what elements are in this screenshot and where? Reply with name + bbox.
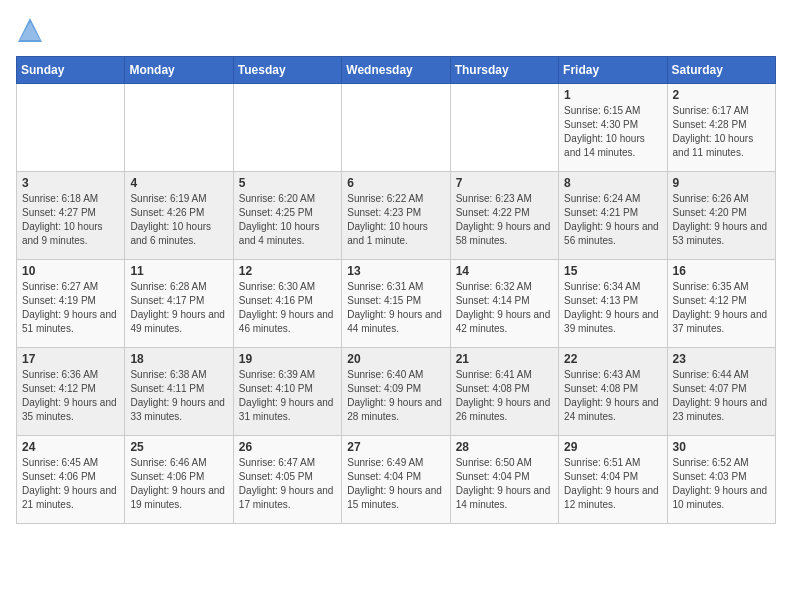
calendar-day-cell: 25Sunrise: 6:46 AM Sunset: 4:06 PM Dayli… — [125, 436, 233, 524]
day-info: Sunrise: 6:32 AM Sunset: 4:14 PM Dayligh… — [456, 280, 553, 336]
day-number: 24 — [22, 440, 119, 454]
calendar-day-cell: 17Sunrise: 6:36 AM Sunset: 4:12 PM Dayli… — [17, 348, 125, 436]
calendar-day-cell: 28Sunrise: 6:50 AM Sunset: 4:04 PM Dayli… — [450, 436, 558, 524]
calendar-day-cell: 23Sunrise: 6:44 AM Sunset: 4:07 PM Dayli… — [667, 348, 775, 436]
calendar-day-cell: 16Sunrise: 6:35 AM Sunset: 4:12 PM Dayli… — [667, 260, 775, 348]
calendar-day-cell: 2Sunrise: 6:17 AM Sunset: 4:28 PM Daylig… — [667, 84, 775, 172]
day-info: Sunrise: 6:52 AM Sunset: 4:03 PM Dayligh… — [673, 456, 770, 512]
day-info: Sunrise: 6:17 AM Sunset: 4:28 PM Dayligh… — [673, 104, 770, 160]
day-info: Sunrise: 6:15 AM Sunset: 4:30 PM Dayligh… — [564, 104, 661, 160]
day-info: Sunrise: 6:47 AM Sunset: 4:05 PM Dayligh… — [239, 456, 336, 512]
logo-icon — [16, 16, 44, 44]
day-info: Sunrise: 6:28 AM Sunset: 4:17 PM Dayligh… — [130, 280, 227, 336]
day-info: Sunrise: 6:20 AM Sunset: 4:25 PM Dayligh… — [239, 192, 336, 248]
day-info: Sunrise: 6:31 AM Sunset: 4:15 PM Dayligh… — [347, 280, 444, 336]
day-info: Sunrise: 6:51 AM Sunset: 4:04 PM Dayligh… — [564, 456, 661, 512]
calendar-day-cell — [450, 84, 558, 172]
calendar-day-cell: 7Sunrise: 6:23 AM Sunset: 4:22 PM Daylig… — [450, 172, 558, 260]
weekday-header: Tuesday — [233, 57, 341, 84]
calendar-day-cell — [125, 84, 233, 172]
calendar-day-cell: 12Sunrise: 6:30 AM Sunset: 4:16 PM Dayli… — [233, 260, 341, 348]
day-info: Sunrise: 6:36 AM Sunset: 4:12 PM Dayligh… — [22, 368, 119, 424]
day-info: Sunrise: 6:46 AM Sunset: 4:06 PM Dayligh… — [130, 456, 227, 512]
calendar-day-cell: 20Sunrise: 6:40 AM Sunset: 4:09 PM Dayli… — [342, 348, 450, 436]
day-info: Sunrise: 6:38 AM Sunset: 4:11 PM Dayligh… — [130, 368, 227, 424]
day-info: Sunrise: 6:41 AM Sunset: 4:08 PM Dayligh… — [456, 368, 553, 424]
calendar-day-cell: 27Sunrise: 6:49 AM Sunset: 4:04 PM Dayli… — [342, 436, 450, 524]
weekday-header: Monday — [125, 57, 233, 84]
day-number: 14 — [456, 264, 553, 278]
calendar-day-cell — [233, 84, 341, 172]
day-number: 21 — [456, 352, 553, 366]
weekday-header: Thursday — [450, 57, 558, 84]
logo — [16, 16, 48, 44]
day-info: Sunrise: 6:22 AM Sunset: 4:23 PM Dayligh… — [347, 192, 444, 248]
weekday-header-row: SundayMondayTuesdayWednesdayThursdayFrid… — [17, 57, 776, 84]
day-info: Sunrise: 6:23 AM Sunset: 4:22 PM Dayligh… — [456, 192, 553, 248]
day-info: Sunrise: 6:49 AM Sunset: 4:04 PM Dayligh… — [347, 456, 444, 512]
day-number: 1 — [564, 88, 661, 102]
day-number: 8 — [564, 176, 661, 190]
calendar-day-cell: 22Sunrise: 6:43 AM Sunset: 4:08 PM Dayli… — [559, 348, 667, 436]
day-number: 30 — [673, 440, 770, 454]
calendar-day-cell: 18Sunrise: 6:38 AM Sunset: 4:11 PM Dayli… — [125, 348, 233, 436]
day-number: 22 — [564, 352, 661, 366]
calendar-day-cell — [17, 84, 125, 172]
day-info: Sunrise: 6:19 AM Sunset: 4:26 PM Dayligh… — [130, 192, 227, 248]
calendar-week-row: 17Sunrise: 6:36 AM Sunset: 4:12 PM Dayli… — [17, 348, 776, 436]
calendar-day-cell: 1Sunrise: 6:15 AM Sunset: 4:30 PM Daylig… — [559, 84, 667, 172]
day-info: Sunrise: 6:43 AM Sunset: 4:08 PM Dayligh… — [564, 368, 661, 424]
calendar-day-cell: 19Sunrise: 6:39 AM Sunset: 4:10 PM Dayli… — [233, 348, 341, 436]
day-info: Sunrise: 6:24 AM Sunset: 4:21 PM Dayligh… — [564, 192, 661, 248]
day-number: 12 — [239, 264, 336, 278]
calendar-day-cell: 6Sunrise: 6:22 AM Sunset: 4:23 PM Daylig… — [342, 172, 450, 260]
calendar-day-cell: 26Sunrise: 6:47 AM Sunset: 4:05 PM Dayli… — [233, 436, 341, 524]
day-info: Sunrise: 6:44 AM Sunset: 4:07 PM Dayligh… — [673, 368, 770, 424]
calendar-day-cell: 9Sunrise: 6:26 AM Sunset: 4:20 PM Daylig… — [667, 172, 775, 260]
calendar-week-row: 10Sunrise: 6:27 AM Sunset: 4:19 PM Dayli… — [17, 260, 776, 348]
day-info: Sunrise: 6:27 AM Sunset: 4:19 PM Dayligh… — [22, 280, 119, 336]
calendar-day-cell: 8Sunrise: 6:24 AM Sunset: 4:21 PM Daylig… — [559, 172, 667, 260]
weekday-header: Saturday — [667, 57, 775, 84]
day-number: 13 — [347, 264, 444, 278]
calendar-day-cell: 15Sunrise: 6:34 AM Sunset: 4:13 PM Dayli… — [559, 260, 667, 348]
calendar-day-cell: 13Sunrise: 6:31 AM Sunset: 4:15 PM Dayli… — [342, 260, 450, 348]
day-number: 6 — [347, 176, 444, 190]
calendar-day-cell: 5Sunrise: 6:20 AM Sunset: 4:25 PM Daylig… — [233, 172, 341, 260]
day-number: 2 — [673, 88, 770, 102]
calendar-week-row: 3Sunrise: 6:18 AM Sunset: 4:27 PM Daylig… — [17, 172, 776, 260]
day-number: 20 — [347, 352, 444, 366]
calendar-day-cell: 4Sunrise: 6:19 AM Sunset: 4:26 PM Daylig… — [125, 172, 233, 260]
calendar-day-cell: 10Sunrise: 6:27 AM Sunset: 4:19 PM Dayli… — [17, 260, 125, 348]
calendar-table: SundayMondayTuesdayWednesdayThursdayFrid… — [16, 56, 776, 524]
calendar-week-row: 24Sunrise: 6:45 AM Sunset: 4:06 PM Dayli… — [17, 436, 776, 524]
day-info: Sunrise: 6:26 AM Sunset: 4:20 PM Dayligh… — [673, 192, 770, 248]
calendar-day-cell: 3Sunrise: 6:18 AM Sunset: 4:27 PM Daylig… — [17, 172, 125, 260]
day-info: Sunrise: 6:40 AM Sunset: 4:09 PM Dayligh… — [347, 368, 444, 424]
day-number: 5 — [239, 176, 336, 190]
weekday-header: Sunday — [17, 57, 125, 84]
weekday-header: Wednesday — [342, 57, 450, 84]
calendar-week-row: 1Sunrise: 6:15 AM Sunset: 4:30 PM Daylig… — [17, 84, 776, 172]
calendar-day-cell — [342, 84, 450, 172]
weekday-header: Friday — [559, 57, 667, 84]
day-number: 26 — [239, 440, 336, 454]
calendar-day-cell: 14Sunrise: 6:32 AM Sunset: 4:14 PM Dayli… — [450, 260, 558, 348]
day-info: Sunrise: 6:30 AM Sunset: 4:16 PM Dayligh… — [239, 280, 336, 336]
calendar-day-cell: 21Sunrise: 6:41 AM Sunset: 4:08 PM Dayli… — [450, 348, 558, 436]
day-number: 28 — [456, 440, 553, 454]
calendar-day-cell: 24Sunrise: 6:45 AM Sunset: 4:06 PM Dayli… — [17, 436, 125, 524]
day-number: 7 — [456, 176, 553, 190]
day-number: 4 — [130, 176, 227, 190]
day-info: Sunrise: 6:34 AM Sunset: 4:13 PM Dayligh… — [564, 280, 661, 336]
day-number: 16 — [673, 264, 770, 278]
day-info: Sunrise: 6:35 AM Sunset: 4:12 PM Dayligh… — [673, 280, 770, 336]
day-number: 3 — [22, 176, 119, 190]
calendar-day-cell: 30Sunrise: 6:52 AM Sunset: 4:03 PM Dayli… — [667, 436, 775, 524]
day-info: Sunrise: 6:45 AM Sunset: 4:06 PM Dayligh… — [22, 456, 119, 512]
day-info: Sunrise: 6:18 AM Sunset: 4:27 PM Dayligh… — [22, 192, 119, 248]
day-number: 11 — [130, 264, 227, 278]
day-info: Sunrise: 6:50 AM Sunset: 4:04 PM Dayligh… — [456, 456, 553, 512]
day-number: 17 — [22, 352, 119, 366]
day-number: 10 — [22, 264, 119, 278]
